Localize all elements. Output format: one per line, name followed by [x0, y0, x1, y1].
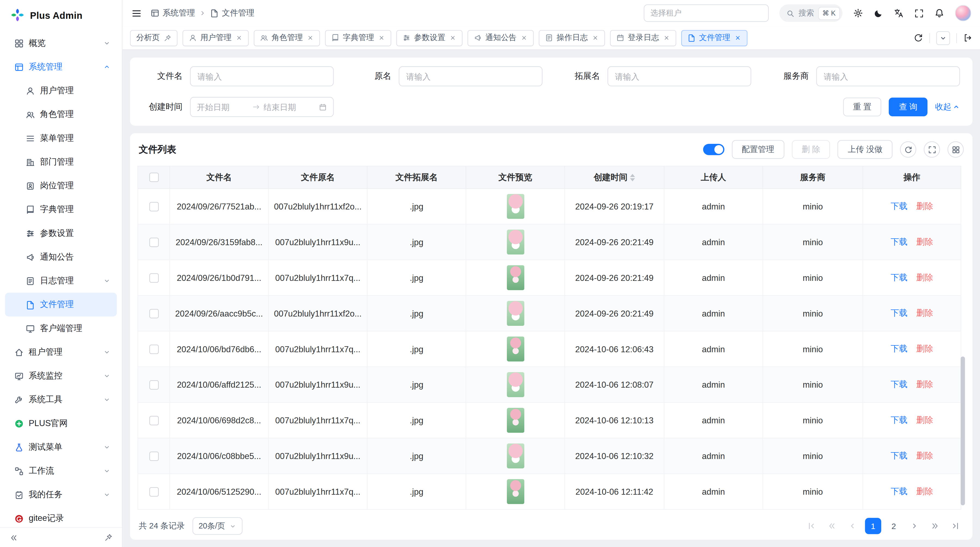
row-checkbox[interactable] [149, 380, 158, 389]
config-manage-button[interactable]: 配置管理 [732, 140, 784, 159]
sidebar-item-params[interactable]: 参数设置 [5, 222, 117, 245]
delete-link[interactable]: 删除 [916, 201, 933, 211]
download-link[interactable]: 下载 [891, 451, 908, 460]
tenant-select-input[interactable] [644, 4, 768, 22]
table-scrollbar-thumb[interactable] [961, 356, 965, 506]
download-link[interactable]: 下载 [891, 415, 908, 424]
delete-link[interactable]: 删除 [916, 273, 933, 282]
file-name-input[interactable] [190, 66, 334, 86]
file-preview-thumbnail[interactable] [507, 301, 524, 326]
download-link[interactable]: 下载 [891, 273, 908, 282]
close-icon[interactable] [378, 34, 385, 41]
close-icon[interactable] [307, 34, 313, 41]
file-preview-thumbnail[interactable] [507, 479, 524, 504]
sidebar-item-workflow[interactable]: 工作流 [5, 459, 117, 483]
notifications-button[interactable] [934, 8, 944, 18]
sidebar-item-posts[interactable]: 岗位管理 [5, 174, 117, 198]
row-checkbox[interactable] [149, 309, 158, 318]
file-preview-thumbnail[interactable] [507, 372, 524, 397]
sidebar-item-monitor[interactable]: 系统监控 [5, 364, 117, 388]
row-checkbox[interactable] [149, 202, 158, 211]
next-group-button[interactable] [927, 518, 943, 534]
sidebar-item-logs[interactable]: 日志管理 [5, 269, 117, 293]
prev-group-button[interactable] [824, 518, 840, 534]
download-link[interactable]: 下载 [891, 380, 908, 389]
sidebar-item-system[interactable]: 系统管理 [5, 55, 117, 79]
close-icon[interactable] [235, 34, 242, 41]
select-all-checkbox[interactable] [149, 173, 158, 182]
end-date-input[interactable] [264, 102, 315, 112]
dark-mode-button[interactable] [874, 8, 883, 18]
close-icon[interactable] [449, 34, 456, 41]
download-link[interactable]: 下载 [891, 237, 908, 246]
close-icon[interactable] [520, 34, 527, 41]
row-checkbox[interactable] [149, 487, 158, 496]
tab-文件管理[interactable]: 文件管理 [681, 30, 747, 46]
delete-link[interactable]: 删除 [916, 486, 933, 496]
delete-link[interactable]: 删除 [916, 380, 933, 389]
delete-link[interactable]: 删除 [916, 415, 933, 424]
tab-options-button[interactable] [936, 31, 950, 45]
row-checkbox[interactable] [149, 238, 158, 247]
tab-用户管理[interactable]: 用户管理 [182, 30, 248, 46]
sidebar-item-tenants[interactable]: 租户管理 [5, 340, 117, 364]
close-icon[interactable] [663, 34, 670, 41]
sidebar-item-depts[interactable]: 部门管理 [5, 150, 117, 174]
delete-link[interactable]: 删除 [916, 451, 933, 460]
tab-参数设置[interactable]: 参数设置 [396, 30, 462, 46]
breadcrumb-item-files[interactable]: 文件管理 [210, 8, 254, 19]
sidebar-item-files[interactable]: 文件管理 [5, 293, 117, 316]
tab-字典管理[interactable]: 字典管理 [325, 30, 391, 46]
sidebar-item-test-menu[interactable]: 测试菜单 [5, 435, 117, 459]
file-preview-thumbnail[interactable] [507, 194, 524, 219]
delete-link[interactable]: 删除 [916, 344, 933, 353]
sidebar-item-roles[interactable]: 角色管理 [5, 103, 117, 126]
global-search-button[interactable]: 搜索 ⌘ K [779, 4, 843, 22]
close-icon[interactable] [592, 34, 598, 41]
exit-fullscreen-button[interactable] [963, 33, 972, 43]
page-size-select[interactable]: 20条/页 [192, 517, 243, 535]
batch-delete-button[interactable]: 删 除 [792, 140, 830, 159]
collapse-filter-link[interactable]: 收起 [935, 101, 960, 113]
tab-分析页[interactable]: 分析页 [130, 30, 177, 46]
download-link[interactable]: 下载 [891, 308, 908, 317]
row-checkbox[interactable] [149, 452, 158, 461]
download-link[interactable]: 下载 [891, 486, 908, 496]
row-checkbox[interactable] [149, 344, 158, 354]
hamburger-menu-button[interactable] [131, 8, 142, 19]
tab-通知公告[interactable]: 通知公告 [467, 30, 533, 46]
file-preview-thumbnail[interactable] [507, 230, 524, 255]
download-link[interactable]: 下载 [891, 201, 908, 211]
breadcrumb-item-system[interactable]: 系统管理 [151, 8, 195, 19]
delete-link[interactable]: 删除 [916, 237, 933, 246]
original-name-input[interactable] [399, 66, 542, 86]
column-settings-button[interactable] [948, 141, 964, 158]
pin-icon[interactable] [163, 34, 171, 41]
fullscreen-button[interactable] [915, 8, 924, 18]
start-date-input[interactable] [197, 102, 248, 112]
page-number-1[interactable]: 1 [865, 518, 881, 534]
collapse-sidebar-button[interactable] [8, 531, 20, 544]
row-checkbox[interactable] [149, 416, 158, 425]
refresh-page-button[interactable] [914, 33, 923, 43]
tab-角色管理[interactable]: 角色管理 [253, 30, 320, 46]
sidebar-item-dicts[interactable]: 字典管理 [5, 198, 117, 222]
upload-button[interactable]: 上传 没做 [838, 140, 892, 159]
file-preview-thumbnail[interactable] [507, 336, 524, 362]
sidebar-item-tools[interactable]: 系统工具 [5, 388, 117, 411]
search-button[interactable]: 查 询 [889, 97, 928, 116]
sidebar-item-users[interactable]: 用户管理 [5, 79, 117, 102]
logo[interactable]: Plus Admin [0, 0, 122, 30]
table-fullscreen-button[interactable] [924, 141, 940, 158]
file-preview-thumbnail[interactable] [507, 265, 524, 290]
next-page-button[interactable] [906, 518, 923, 534]
row-checkbox[interactable] [149, 273, 158, 282]
close-icon[interactable] [734, 34, 741, 41]
sidebar-item-overview[interactable]: 概览 [5, 31, 117, 55]
sidebar-item-plus-site[interactable]: PLUS官网 [5, 411, 117, 435]
page-number-2[interactable]: 2 [886, 518, 902, 534]
reset-button[interactable]: 重 置 [843, 97, 881, 116]
extension-input[interactable] [608, 66, 751, 86]
sidebar-item-notices[interactable]: 通知公告 [5, 245, 117, 269]
sort-created-time[interactable] [630, 174, 635, 181]
